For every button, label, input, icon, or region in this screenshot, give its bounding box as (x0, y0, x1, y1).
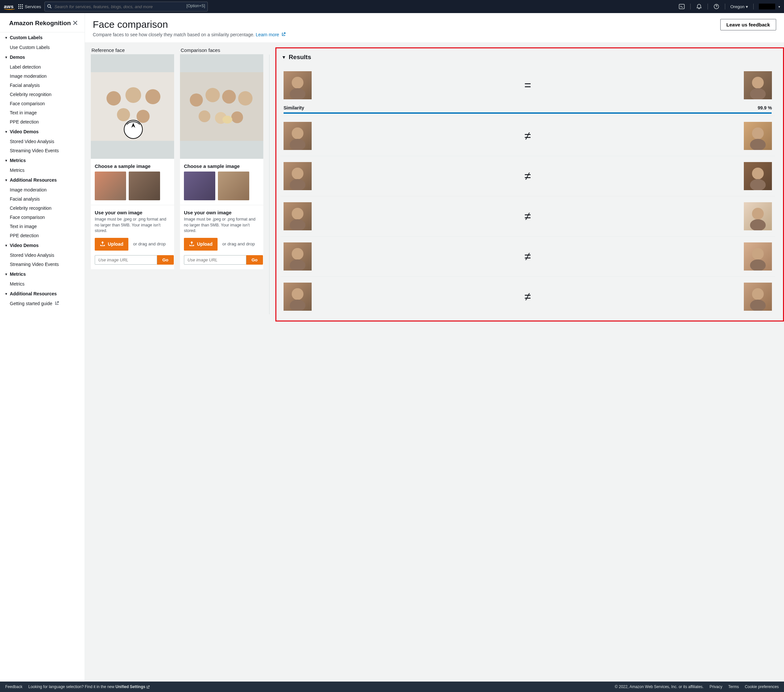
image-url-input-reference[interactable] (95, 255, 157, 265)
nav-item[interactable]: Metrics (0, 279, 85, 288)
search-shortcut: [Option+S] (186, 3, 205, 8)
svg-point-14 (107, 91, 121, 105)
sample-thumb-2[interactable] (129, 171, 160, 200)
services-grid-icon (18, 4, 23, 9)
nav-section-heading[interactable]: ▼Additional Resources (0, 175, 85, 185)
results-title: Results (289, 54, 311, 61)
search-input[interactable] (44, 2, 208, 12)
nav-section-heading[interactable]: ▼Additional Resources (0, 288, 85, 299)
unified-settings-link[interactable]: Unified Settings (115, 684, 150, 689)
nav-section-heading[interactable]: ▼Custom Labels (0, 32, 85, 43)
svg-point-26 (199, 110, 210, 122)
face-thumb (744, 283, 772, 311)
svg-rect-6 (18, 8, 19, 9)
services-menu[interactable]: Services (18, 4, 41, 9)
caret-down-icon: ▼ (5, 36, 8, 40)
sample-thumb-1[interactable] (95, 171, 126, 200)
svg-point-16 (145, 89, 160, 104)
svg-point-48 (752, 248, 764, 260)
face-thumb (744, 242, 772, 270)
nav-item[interactable]: Getting started guide (0, 299, 85, 308)
footer-terms-link[interactable]: Terms (728, 684, 739, 689)
learn-more-link[interactable]: Learn more (256, 32, 285, 37)
nav-section-heading[interactable]: ▼Video Demos (0, 127, 85, 137)
comparison-label: Comparison faces (180, 48, 263, 53)
svg-point-53 (750, 300, 766, 311)
sample-title: Choose a sample image (95, 163, 170, 169)
svg-rect-21 (180, 72, 263, 141)
aws-logo[interactable]: aws (4, 3, 15, 10)
nav-section-heading[interactable]: ▼Video Demos (0, 240, 85, 250)
svg-point-44 (752, 208, 764, 219)
nav-item[interactable]: Text in image (0, 108, 85, 117)
face-thumb (283, 71, 311, 99)
svg-point-35 (290, 139, 305, 150)
notifications-icon[interactable] (696, 3, 702, 10)
nav-item[interactable]: Stored Video Analysis (0, 137, 85, 146)
nav-item[interactable]: Use Custom Labels (0, 43, 85, 52)
services-label: Services (25, 4, 41, 9)
nav-item[interactable]: Image moderation (0, 185, 85, 194)
similarity-label: Similarity (283, 105, 304, 110)
nav-item[interactable]: Celebrity recognition (0, 204, 85, 213)
footer-cookies-link[interactable]: Cookie preferences (745, 684, 779, 689)
nav-item[interactable]: Image moderation (0, 72, 85, 81)
nav-item[interactable]: Facial analysis (0, 194, 85, 204)
cloudshell-icon[interactable] (679, 3, 685, 10)
svg-rect-1 (20, 4, 21, 5)
face-thumb (283, 122, 311, 150)
not-equals-icon: ≠ (525, 169, 531, 183)
leave-feedback-button[interactable]: Leave us feedback (720, 19, 776, 30)
svg-point-37 (750, 139, 766, 150)
region-selector[interactable]: Oregon ▾ (730, 4, 748, 9)
own-image-title: Use your own image (184, 210, 259, 215)
svg-point-43 (290, 219, 305, 230)
drag-drop-text: or drag and drop (222, 241, 255, 247)
upload-icon (100, 241, 105, 247)
nav-section-heading[interactable]: ▼Metrics (0, 155, 85, 166)
nav-item[interactable]: Stored Video Analysis (0, 250, 85, 260)
nav-item[interactable]: Face comparison (0, 213, 85, 222)
reference-label: Reference face (91, 48, 174, 53)
nav-item[interactable]: PPE detection (0, 117, 85, 127)
comparison-column: Comparison faces Choose a sample image (180, 48, 263, 269)
face-thumb (744, 122, 772, 150)
footer-feedback-link[interactable]: Feedback (5, 684, 23, 689)
caret-down-icon: ▼ (5, 244, 8, 247)
svg-point-9 (48, 5, 51, 8)
results-header[interactable]: ▼ Results (280, 52, 775, 65)
nav-item[interactable]: Label detection (0, 63, 85, 72)
go-button-reference[interactable]: Go (157, 255, 174, 265)
upload-button-reference[interactable]: Upload (95, 238, 128, 250)
upload-icon (189, 241, 194, 247)
sample-thumb-3[interactable] (184, 171, 215, 200)
nav-item[interactable]: Streaming Video Events (0, 260, 85, 269)
footer-privacy-link[interactable]: Privacy (710, 684, 722, 689)
svg-point-32 (752, 77, 764, 89)
nav-item[interactable]: Text in image (0, 222, 85, 231)
sample-thumb-4[interactable] (218, 171, 249, 200)
nav-item[interactable]: Metrics (0, 166, 85, 175)
svg-rect-0 (18, 4, 19, 5)
nav-section-heading[interactable]: ▼Demos (0, 52, 85, 63)
nav-item[interactable]: Streaming Video Events (0, 146, 85, 155)
image-url-input-comparison[interactable] (184, 255, 246, 265)
account-menu[interactable] (759, 3, 775, 10)
upload-button-comparison[interactable]: Upload (184, 238, 217, 250)
svg-point-18 (137, 110, 150, 123)
nav-item[interactable]: Celebrity recognition (0, 90, 85, 99)
nav-item[interactable]: Face comparison (0, 99, 85, 108)
nav-section-heading[interactable]: ▼Metrics (0, 269, 85, 279)
svg-point-52 (752, 288, 764, 300)
close-sidebar-icon[interactable]: ✕ (72, 19, 78, 28)
nav-item[interactable]: PPE detection (0, 231, 85, 240)
help-icon[interactable] (713, 3, 720, 10)
nav-item[interactable]: Facial analysis (0, 81, 85, 90)
go-button-comparison[interactable]: Go (246, 255, 263, 265)
svg-point-17 (117, 108, 130, 121)
sidebar-title: Amazon Rekognition (9, 20, 71, 27)
footer-lang-text: Looking for language selection? Find it … (28, 684, 150, 689)
sidebar: Amazon Rekognition ✕ ▼Custom LabelsUse C… (0, 13, 85, 682)
face-thumb (744, 162, 772, 190)
own-image-desc: Image must be .jpeg or .png format and n… (184, 217, 259, 234)
